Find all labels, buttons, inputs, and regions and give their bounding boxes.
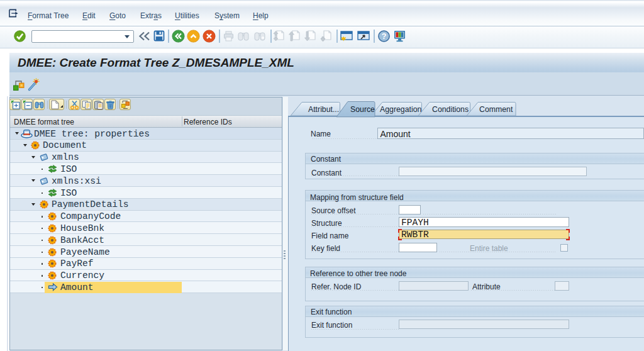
svg-text:?: ? (382, 32, 387, 41)
svg-text:Attribut...: Attribut... (308, 105, 339, 114)
svg-text:Aggregation: Aggregation (380, 105, 421, 114)
svg-text:Comment: Comment (479, 105, 513, 114)
svg-text:Conditions: Conditions (432, 105, 469, 114)
svg-text:Source: Source (350, 105, 375, 114)
